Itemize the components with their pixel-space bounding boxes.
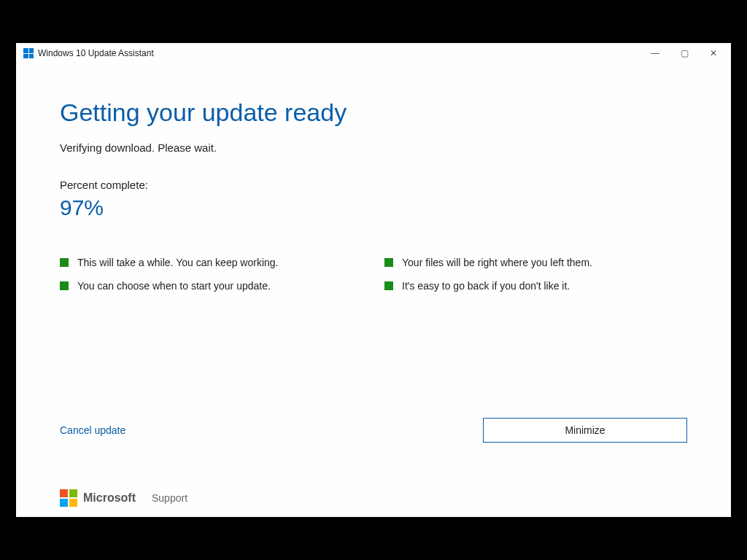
microsoft-logo-icon <box>60 489 77 507</box>
bullet-text: This will take a while. You can keep wor… <box>77 257 278 268</box>
cancel-update-link[interactable]: Cancel update <box>60 424 125 436</box>
square-bullet-icon <box>384 258 393 267</box>
page-heading: Getting your update ready <box>60 98 687 127</box>
title-bar: Windows 10 Update Assistant — ▢ ✕ <box>16 43 731 63</box>
window-minimize-button[interactable]: — <box>640 43 670 63</box>
windows-logo-icon <box>23 48 34 58</box>
minimize-button[interactable]: Minimize <box>483 418 687 443</box>
bullet-text: You can choose when to start your update… <box>77 280 271 292</box>
action-row: Cancel update Minimize <box>60 418 687 443</box>
bullet-item: It's easy to go back if you don't like i… <box>384 280 687 292</box>
bullet-item: You can choose when to start your update… <box>60 280 363 292</box>
percent-complete-value: 97% <box>60 195 687 220</box>
square-bullet-icon <box>60 258 69 267</box>
window-maximize-button[interactable]: ▢ <box>670 43 699 63</box>
footer-bar: Microsoft Support <box>16 483 731 517</box>
window-close-button[interactable]: ✕ <box>699 43 728 63</box>
microsoft-logo: Microsoft <box>60 489 136 507</box>
status-text: Verifying download. Please wait. <box>60 141 687 154</box>
percent-complete-label: Percent complete: <box>60 179 687 191</box>
window-title: Windows 10 Update Assistant <box>38 48 154 58</box>
square-bullet-icon <box>60 281 69 290</box>
bullet-text: Your files will be right where you left … <box>402 257 592 268</box>
support-link[interactable]: Support <box>152 492 187 504</box>
bullet-item: This will take a while. You can keep wor… <box>60 257 363 268</box>
update-assistant-window: Windows 10 Update Assistant — ▢ ✕ Gettin… <box>16 43 731 517</box>
content-area: Getting your update ready Verifying down… <box>16 63 731 483</box>
microsoft-brand-text: Microsoft <box>83 491 136 505</box>
bullet-item: Your files will be right where you left … <box>384 257 687 268</box>
info-bullets: This will take a while. You can keep wor… <box>60 257 687 292</box>
bullet-text: It's easy to go back if you don't like i… <box>402 280 570 292</box>
square-bullet-icon <box>384 281 393 290</box>
